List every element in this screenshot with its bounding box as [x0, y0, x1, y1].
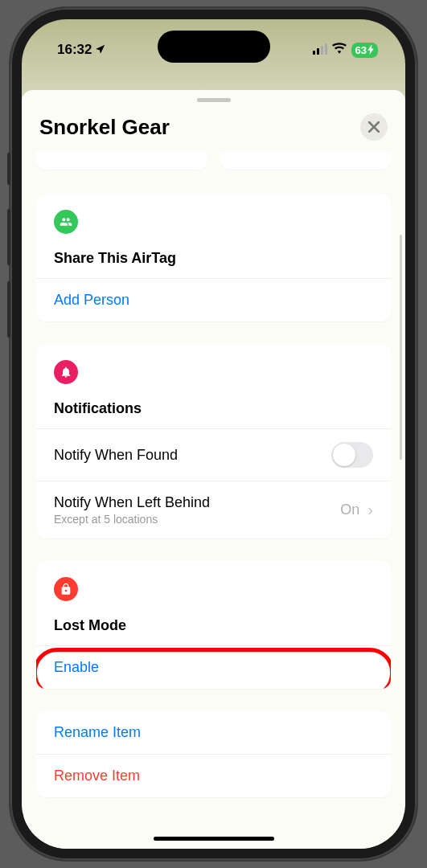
location-icon	[95, 43, 106, 57]
detail-sheet: Snorkel Gear Share This AirTag	[22, 90, 405, 849]
notifications-title: Notifications	[54, 400, 373, 417]
enable-label: Enable	[54, 659, 99, 676]
dynamic-island	[158, 31, 270, 63]
battery-indicator: 63	[351, 43, 378, 58]
rename-label: Rename Item	[54, 724, 141, 741]
close-button[interactable]	[360, 113, 388, 141]
screen: 16:32 63 Snorkel Gea	[22, 19, 405, 849]
notify-left-label: Notify When Left Behind	[54, 494, 210, 511]
actions-card: Rename Item Remove Item	[36, 711, 391, 797]
lost-mode-card: Lost Mode Enable	[36, 561, 391, 689]
card-stub	[220, 152, 392, 170]
remove-item-row[interactable]: Remove Item	[36, 754, 391, 797]
lock-icon	[54, 577, 78, 601]
chevron-right-icon: ›	[367, 501, 373, 519]
people-icon	[54, 210, 78, 234]
lost-mode-enable-row[interactable]: Enable	[36, 645, 391, 689]
notify-when-left-row[interactable]: Notify When Left Behind Except at 5 loca…	[36, 481, 391, 538]
notify-left-value: On	[340, 502, 359, 518]
remove-label: Remove Item	[54, 768, 140, 784]
notify-found-label: Notify When Found	[54, 447, 178, 464]
add-person-row[interactable]: Add Person	[36, 278, 391, 321]
add-person-label: Add Person	[54, 292, 129, 309]
page-title: Snorkel Gear	[39, 115, 170, 140]
notify-when-found-row[interactable]: Notify When Found	[36, 428, 391, 481]
home-indicator[interactable]	[154, 837, 274, 841]
phone-frame: 16:32 63 Snorkel Gea	[10, 8, 417, 860]
cellular-icon	[313, 45, 327, 55]
notify-left-sublabel: Except at 5 locations	[54, 513, 210, 526]
sheet-content[interactable]: Share This AirTag Add Person Notificatio…	[22, 152, 405, 845]
wifi-icon	[332, 43, 347, 57]
card-stub	[36, 152, 207, 170]
scroll-indicator[interactable]	[400, 235, 402, 460]
share-title: Share This AirTag	[54, 250, 373, 267]
lost-mode-title: Lost Mode	[54, 617, 373, 634]
notify-found-toggle[interactable]	[331, 442, 373, 468]
rename-item-row[interactable]: Rename Item	[36, 711, 391, 754]
bell-icon	[54, 360, 78, 384]
status-time: 16:32	[57, 42, 92, 58]
notifications-card: Notifications Notify When Found Notify W…	[36, 344, 391, 538]
share-card: Share This AirTag Add Person	[36, 194, 391, 321]
